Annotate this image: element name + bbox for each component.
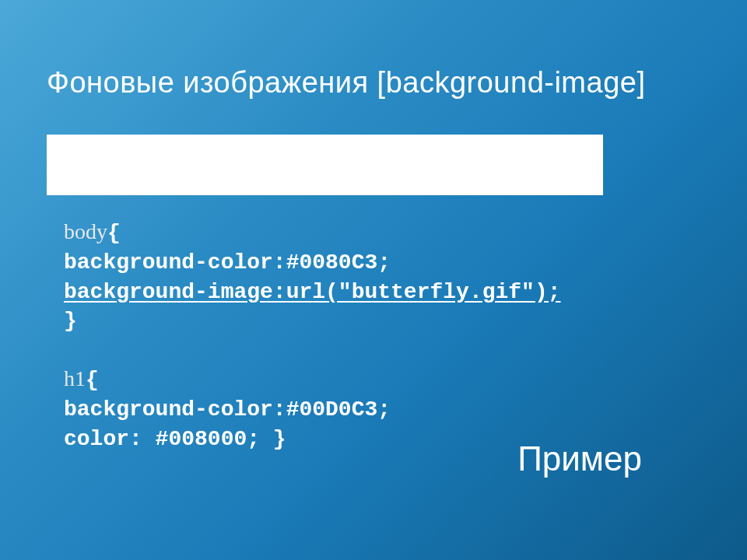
code-line: background-color:#00D0C3;: [64, 395, 747, 425]
code-spacer: [64, 336, 747, 364]
code-line: color: #008000; }: [64, 425, 747, 454]
white-bar: [47, 135, 603, 195]
code-selector: h1: [64, 366, 86, 390]
code-brace: {: [86, 368, 99, 392]
example-label: Пример: [517, 439, 642, 478]
code-brace-close: }: [64, 306, 747, 336]
slide-title: Фоновые изображения [background-image]: [0, 0, 747, 100]
code-line: background-color:#0080C3;: [64, 248, 747, 278]
code-line-selector-2: h1{: [64, 364, 747, 395]
code-block: body{ background-color:#0080C3; backgrou…: [0, 195, 747, 454]
code-brace: {: [107, 221, 121, 245]
code-line-selector-1: body{: [64, 217, 747, 248]
code-selector: body: [64, 219, 107, 243]
code-line-underlined: background-image:url("butterfly.gif");: [64, 278, 747, 307]
